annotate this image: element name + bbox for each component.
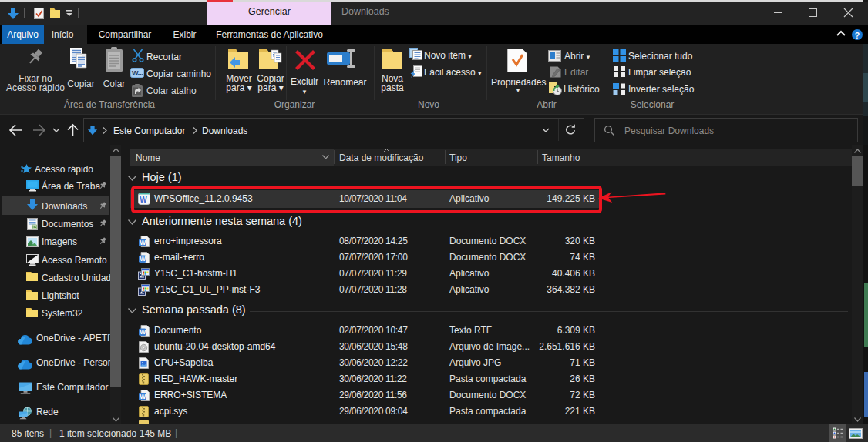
svg-text:W: W <box>132 69 139 77</box>
svg-text:W: W <box>140 328 146 336</box>
svg-text:W: W <box>140 255 146 263</box>
svg-text:W: W <box>140 239 146 246</box>
svg-text:W: W <box>140 393 146 400</box>
